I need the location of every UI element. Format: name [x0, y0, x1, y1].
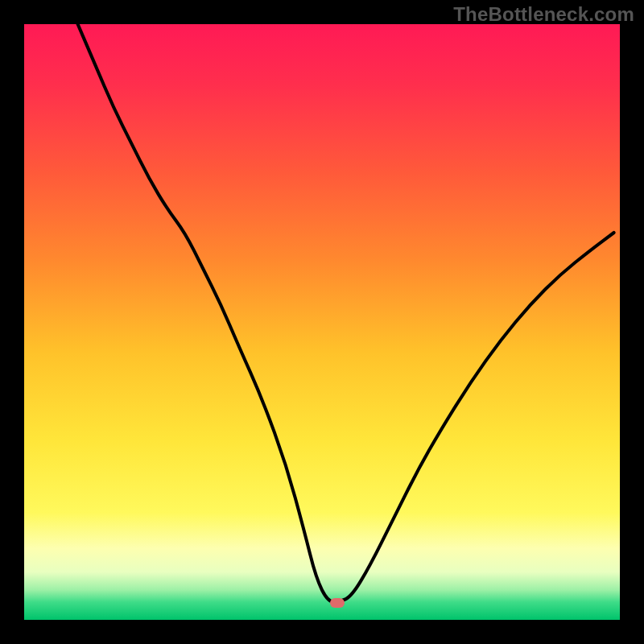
watermark-text: TheBottleneck.com — [453, 3, 634, 26]
chart-frame: TheBottleneck.com — [0, 0, 644, 644]
optimal-point-marker — [330, 598, 345, 608]
bottleneck-curve — [24, 24, 620, 620]
plot-area — [24, 24, 620, 620]
